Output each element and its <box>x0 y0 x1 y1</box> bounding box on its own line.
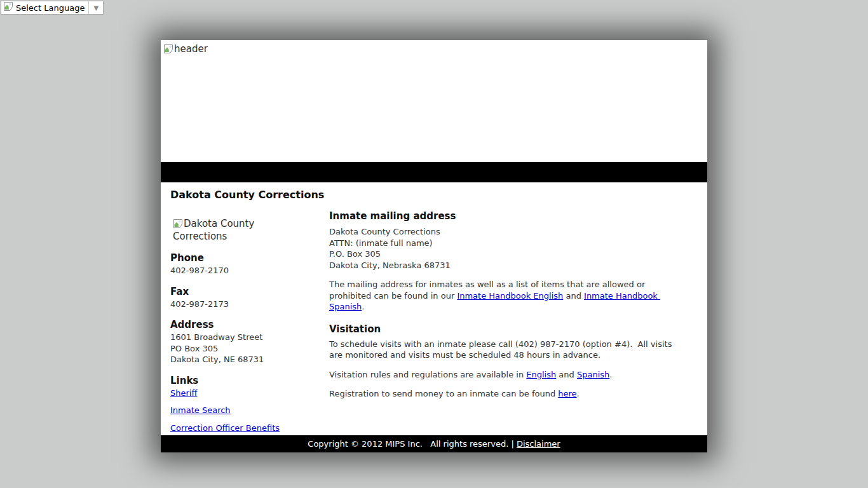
inmate-handbook-english-link[interactable]: Inmate Handbook English <box>457 291 563 301</box>
broken-image-icon <box>3 1 13 14</box>
header-image-area: header <box>161 40 707 162</box>
language-selector-label: Select Language <box>16 3 88 13</box>
mailing-line: Dakota County Corrections <box>329 226 687 238</box>
address-line: PO Box 305 <box>170 343 329 355</box>
mailing-line: Dakota City, Nebraska 68731 <box>329 260 687 271</box>
visitation-paragraph: To schedule visits with an inmate please… <box>329 339 687 361</box>
fax-number: 402-987-2173 <box>170 299 329 310</box>
inmate-search-link[interactable]: Inmate Search <box>170 405 231 415</box>
phone-heading: Phone <box>170 252 329 264</box>
visitation-rules-english-link[interactable]: English <box>526 370 556 379</box>
header-broken-image: header <box>161 40 707 56</box>
mailing-line: P.O. Box 305 <box>329 248 687 260</box>
info-column: Inmate mailing address Dakota County Cor… <box>329 201 687 435</box>
address-line: Dakota City, NE 68731 <box>170 354 329 365</box>
fax-heading: Fax <box>170 286 329 297</box>
visitation-heading: Visitation <box>329 323 687 335</box>
address-heading: Address <box>170 319 329 330</box>
visitation-rules-paragraph: Visitation rules and regulations are ava… <box>329 369 687 381</box>
address-line: 1601 Broadway Street <box>170 332 329 343</box>
visitation-rules-spanish-link[interactable]: Spanish <box>577 370 609 379</box>
inmate-mailing-address-heading: Inmate mailing address <box>329 210 687 222</box>
copyright-text: Copyright © 2012 MIPS Inc. All rights re… <box>308 439 517 449</box>
inmate-mailing-address-block: Dakota County Corrections ATTN: (inmate … <box>329 226 687 271</box>
header-image-alt-text: header <box>174 43 208 55</box>
sheriff-link[interactable]: Sheriff <box>170 388 197 398</box>
logo-alt-text: Dakota County Corrections <box>173 218 254 242</box>
sidebar-column: Dakota County Corrections Phone 402-987-… <box>170 201 329 435</box>
page-title: Dakota County Corrections <box>161 189 707 201</box>
footer: Copyright © 2012 MIPS Inc. All rights re… <box>161 435 707 452</box>
handbook-paragraph: The mailing address for inmates as well … <box>329 279 687 313</box>
send-money-paragraph: Registration to send money to an inmate … <box>329 388 687 400</box>
mailing-line: ATTN: (inmate full name) <box>329 238 687 249</box>
broken-image-icon <box>173 219 183 229</box>
send-money-here-link[interactable]: here <box>558 389 576 398</box>
correction-officer-benefits-link[interactable]: Correction Officer Benefits <box>170 423 280 433</box>
nav-bar <box>161 162 707 182</box>
main-content: Dakota County Corrections Dakota County … <box>161 182 707 435</box>
disclaimer-link[interactable]: Disclaimer <box>517 439 560 449</box>
page-container: header Dakota County Corrections Dakota … <box>161 40 707 452</box>
language-selector[interactable]: Select Language ▼ <box>1 1 104 15</box>
links-heading: Links <box>170 375 329 386</box>
broken-image-icon <box>163 44 173 54</box>
phone-number: 402-987-2170 <box>170 265 329 276</box>
logo-broken-image: Dakota County Corrections <box>170 215 271 243</box>
chevron-down-icon[interactable]: ▼ <box>89 4 103 11</box>
